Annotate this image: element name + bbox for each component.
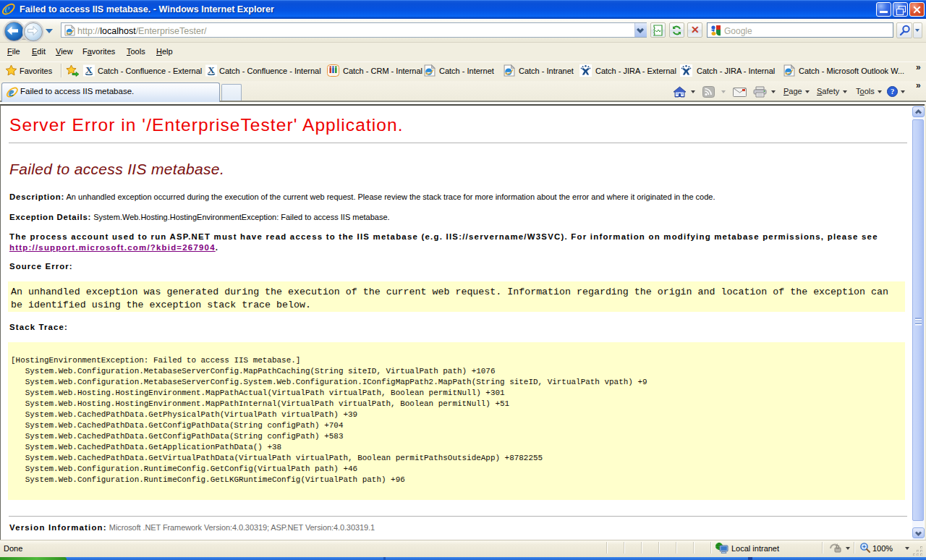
- svg-text:X: X: [85, 64, 93, 75]
- svg-text:e: e: [9, 86, 14, 98]
- svg-text:?: ?: [891, 88, 894, 96]
- svg-text:X: X: [208, 64, 215, 75]
- svg-text:e: e: [4, 2, 10, 16]
